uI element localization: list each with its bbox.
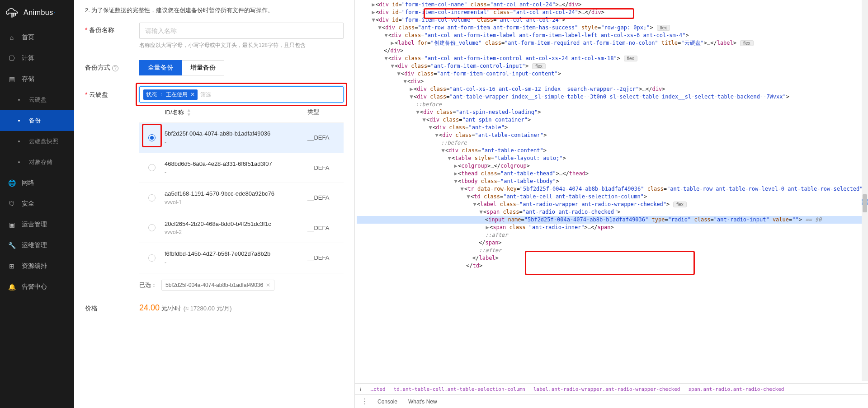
dom-node[interactable]: ▼<td class="ant-table-cell ant-table-sel…	[357, 193, 868, 201]
nav-maint-mgmt[interactable]: 🔧运维管理	[0, 235, 74, 256]
dom-node[interactable]: ▼<span class="ant-radio ant-radio-checke…	[357, 208, 868, 216]
dom-node[interactable]: ▶<div class="ant-col-xs-16 ant-col-sm-12…	[357, 85, 868, 93]
col-id-header[interactable]: ID/名称	[165, 108, 184, 117]
nav-home[interactable]: ⌂首页	[0, 27, 74, 48]
dom-node[interactable]: ::after	[357, 231, 868, 239]
shield-icon: 🛡	[8, 200, 15, 207]
dom-node[interactable]: ▶<thead class="ant-table-thead">…</thead…	[357, 170, 868, 178]
help-icon[interactable]: ?	[112, 65, 118, 71]
dom-node[interactable]: ▶<div id="form-item-col-name" class="ant…	[357, 1, 868, 9]
btn-incremental-backup[interactable]: 增量备份	[182, 60, 224, 75]
nav-label: 运营管理	[22, 220, 47, 229]
dom-node[interactable]: ▼<div class="ant-table">	[357, 124, 868, 131]
breadcrumb-bar[interactable]: ⋯ …ctedtd.ant-table-cell.ant-table-selec…	[355, 383, 868, 394]
dom-node[interactable]: ::after	[357, 247, 868, 254]
dom-node[interactable]: ▼<div class="ant-table-container">	[357, 131, 868, 139]
dom-node[interactable]: ▼<div id="form-item-col-volume" class="a…	[357, 16, 868, 24]
btn-full-backup[interactable]: 全量备份	[139, 60, 182, 75]
dom-node[interactable]: </label>	[357, 254, 868, 262]
dom-node[interactable]: ▼<div class="ant-col ant-form-item-contr…	[357, 55, 868, 62]
more-icon[interactable]: ⋮	[359, 397, 371, 406]
breadcrumb-item[interactable]: span.ant-radio.ant-radio-checked	[688, 386, 784, 392]
nav-security[interactable]: 🛡安全	[0, 193, 74, 214]
breadcrumb-item[interactable]: label.ant-radio-wrapper.ant-radio-wrappe…	[533, 386, 680, 392]
dom-node[interactable]: ▶<div id="form-item-col-incremental" cla…	[357, 9, 868, 16]
sort-icon[interactable]: ▲▼	[187, 108, 191, 117]
dom-node[interactable]: ▼<div class="ant-form-item-control-input…	[357, 70, 868, 78]
nav-alarm[interactable]: 🔔告警中心	[0, 277, 74, 297]
dom-node[interactable]: </div>	[357, 47, 868, 55]
form-tip: 2. 为了保证数据的完整性，建议您在创建备份时暂停所有文件的写操作。	[85, 0, 344, 23]
logo-icon	[5, 7, 22, 18]
scroll-thumb[interactable]	[863, 194, 867, 212]
nav-compute[interactable]: 🖵计算	[0, 48, 74, 69]
selected-label: 已选：	[139, 281, 157, 289]
dom-node[interactable]: ▼<div class="ant-table-wrapper index__sl…	[357, 93, 868, 101]
tab-whats-new[interactable]: What's New	[404, 396, 442, 408]
dom-node[interactable]: ::before	[357, 101, 868, 108]
dom-node[interactable]: ▶<label for="创建备份_volume" class="ant-for…	[357, 39, 868, 47]
dom-node[interactable]: ▼<table style="table-layout: auto;">	[357, 155, 868, 162]
radio-button[interactable]	[148, 254, 156, 262]
selected-summary: 已选： 5bf2d25f-004a-4074-ab8b-b1adfaf49036…	[139, 280, 344, 291]
dom-node[interactable]: </span>	[357, 239, 868, 247]
nav-label: 资源编排	[22, 262, 47, 270]
filter-input[interactable]: 状态 ： 正在使用 ✕ 筛选	[139, 86, 344, 103]
filter-key: 状态	[146, 91, 157, 98]
dom-node[interactable]: </td>	[357, 262, 868, 270]
dom-node[interactable]: ▼<div class="ant-form-item-control-input…	[357, 62, 868, 70]
table-row[interactable]: 5bf2d25f-004a-4074-ab8b-b1adfaf49036-__D…	[139, 123, 344, 153]
label-price: 价格	[85, 305, 139, 313]
table-row[interactable]: f6fbfdbd-145b-4d27-b56f-7e002d7a8b2b-__D…	[139, 243, 344, 273]
wrench-icon: 🔧	[8, 242, 15, 249]
dom-node[interactable]: ▼<div class="ant-spin-nested-loading">	[357, 108, 868, 116]
dom-node[interactable]: ▼<div class="ant-table-content">	[357, 147, 868, 155]
nav-volume[interactable]: 云硬盘	[0, 89, 74, 110]
home-icon: ⌂	[8, 34, 15, 41]
nav-ops-mgmt[interactable]: ▣运营管理	[0, 214, 74, 235]
tag-close-icon[interactable]: ✕	[190, 91, 195, 98]
dom-node[interactable]: ▼<div class="ant-spin-container">	[357, 116, 868, 124]
dom-node[interactable]: ▼<div class="ant-row ant-form-item ant-f…	[357, 24, 868, 32]
form-panel: 2. 为了保证数据的完整性，建议您在创建备份时暂停所有文件的写操作。 *备份名称…	[74, 0, 354, 408]
nav-label: 备份	[29, 117, 41, 125]
radio-button[interactable]	[148, 134, 156, 141]
input-backup-name[interactable]	[139, 23, 344, 39]
cell-id: f6fbfdbd-145b-4d27-b56f-7e002d7a8b2b-	[165, 249, 307, 267]
breadcrumb-item[interactable]: td.ant-table-cell.ant-table-selection-co…	[394, 386, 525, 392]
table-row[interactable]: 20cf2654-2b20-468a-8dd0-b4f251dc3f1cvvvo…	[139, 213, 344, 244]
close-icon[interactable]: ✕	[266, 282, 270, 288]
dom-node[interactable]: ▼<div class="ant-col ant-form-item-label…	[357, 32, 868, 39]
filter-value: 正在使用	[166, 91, 188, 98]
label-backup-mode: 备份方式?	[85, 60, 139, 72]
tab-console[interactable]: Console	[373, 396, 402, 408]
dom-node[interactable]: ▼<label class="ant-radio-wrapper ant-rad…	[357, 201, 868, 208]
dom-node[interactable]: ▶<span class="ant-radio-inner">…</span>	[357, 224, 868, 231]
price-approx: (≈ 17280.00 元/月)	[184, 305, 232, 313]
dom-tree[interactable]: ▶<div id="form-item-col-name" class="ant…	[355, 0, 868, 383]
radio-button[interactable]	[148, 164, 156, 171]
table-row[interactable]: aa5df168-1191-4570-9bcc-ede80a92bc76vvvo…	[139, 183, 344, 213]
radio-button[interactable]	[148, 224, 156, 231]
dom-node[interactable]: ▼<tbody class="ant-table-tbody">	[357, 178, 868, 185]
nav-snapshot[interactable]: 云硬盘快照	[0, 131, 74, 152]
radio-button[interactable]	[148, 194, 156, 202]
scrollbar[interactable]	[862, 0, 868, 381]
dom-node[interactable]: ▼<div>	[357, 78, 868, 85]
filter-placeholder: 筛选	[200, 91, 211, 98]
dom-node[interactable]: ::before	[357, 139, 868, 147]
dom-node[interactable]: ▶<colgroup>…</colgroup>	[357, 162, 868, 170]
nav-label: 云硬盘快照	[29, 137, 58, 145]
more-icon[interactable]: ⋯	[357, 388, 364, 390]
nav-label: 存储	[22, 75, 34, 83]
nav-orchestrate[interactable]: ⊞资源编排	[0, 256, 74, 277]
nav-network[interactable]: 🌐网络	[0, 173, 74, 193]
nav-storage[interactable]: ▤存储	[0, 69, 74, 89]
nav-object-storage[interactable]: 对象存储	[0, 152, 74, 173]
nav-backup[interactable]: 备份	[0, 110, 74, 131]
table-row[interactable]: 468bd6d5-6a0a-4e28-a331-6f6f51ad3f07-__D…	[139, 153, 344, 183]
breadcrumb-item[interactable]: …cted	[370, 386, 385, 392]
dom-node[interactable]: ▼<tr data-row-key="5bf2d25f-004a-4074-ab…	[357, 185, 868, 193]
dom-node[interactable]: <input name="5bf2d25f-004a-4074-ab8b-b1a…	[357, 216, 868, 224]
nav-label: 告警中心	[22, 283, 47, 291]
